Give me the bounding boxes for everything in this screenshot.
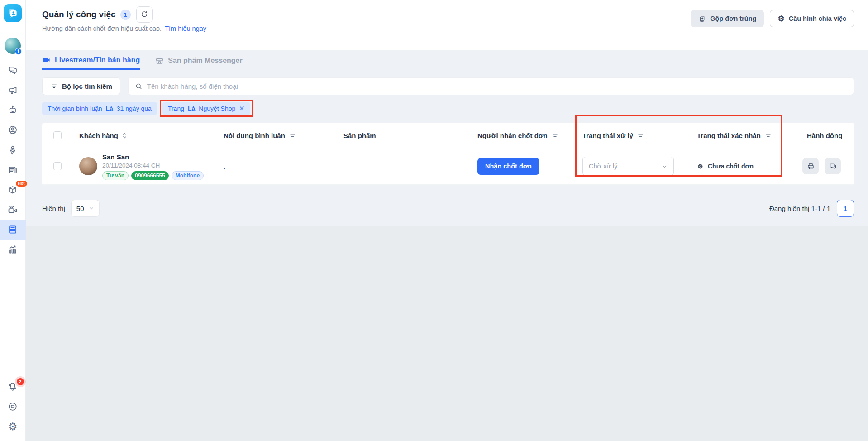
sidebar-item-growth[interactable] xyxy=(0,140,26,160)
pagination-bar: Hiển thị 50 Đang hiển thị 1-1 / 1 1 xyxy=(42,200,854,217)
header-cell-confirm-status: Trạng thái xác nhận xyxy=(686,132,796,139)
confirm-status-value: Chưa chốt đơn xyxy=(708,163,754,170)
analytics-chart-icon xyxy=(7,244,18,255)
bell-icon xyxy=(7,381,18,392)
facebook-badge-icon: f xyxy=(15,48,22,55)
cell-comment: . xyxy=(212,163,332,170)
search-input[interactable] xyxy=(147,82,847,90)
workspace-avatar[interactable]: f xyxy=(5,38,21,54)
robot-icon xyxy=(7,105,18,115)
filter-lines-icon xyxy=(551,132,559,139)
cell-assignee: Nhận chốt đơn xyxy=(466,158,571,175)
filter-button[interactable]: Bộ lọc tìm kiếm xyxy=(42,77,120,95)
filter-chip-comment-time[interactable]: Thời gian bình luận Là 31 ngày qua xyxy=(42,102,157,115)
chip-prefix: Trang xyxy=(168,105,184,112)
cell-checkbox xyxy=(42,162,68,170)
tag-carrier: Mobifone xyxy=(172,171,204,180)
tag-phone: 0909666555 xyxy=(131,171,169,180)
row-checkbox[interactable] xyxy=(53,162,62,170)
gear-icon: ⚙ xyxy=(8,422,18,432)
close-icon[interactable] xyxy=(239,105,245,111)
task-count-badge: 1 xyxy=(120,10,131,20)
tab-messenger-products[interactable]: Sản phẩm Messenger xyxy=(155,56,243,70)
sidebar-item-news[interactable] xyxy=(0,160,26,180)
refresh-button[interactable] xyxy=(136,6,153,23)
select-all-checkbox[interactable] xyxy=(53,131,62,139)
process-status-value: Chờ xử lý xyxy=(589,163,618,170)
chip-operator: Là xyxy=(105,105,113,112)
app-logo[interactable] xyxy=(4,4,22,22)
refresh-icon xyxy=(140,10,148,19)
subtitle-text: Hướng dẫn cách chốt đơn hiệu suất cao. xyxy=(42,25,162,32)
column-filter-button[interactable] xyxy=(764,132,772,139)
sidebar-item-orders[interactable] xyxy=(0,220,26,240)
sidebar-item-notifications[interactable]: 2 xyxy=(0,377,26,397)
filter-button-label: Bộ lọc tìm kiếm xyxy=(62,82,112,90)
merge-documents-icon xyxy=(698,15,706,23)
sidebar-item-livestream[interactable] xyxy=(0,200,26,220)
column-filter-button[interactable] xyxy=(637,132,644,139)
video-camera-icon xyxy=(42,56,51,64)
content-area: Livestream/Tin bán hàng Sản phẩm Messeng… xyxy=(26,50,868,441)
chip-operator: Là xyxy=(188,105,195,112)
chevron-down-icon xyxy=(89,206,94,211)
filter-lines-icon xyxy=(289,132,296,139)
claim-order-button[interactable]: Nhận chốt đơn xyxy=(477,158,539,175)
chip-prefix: Thời gian bình luận xyxy=(48,105,102,112)
tab-livestream[interactable]: Livestream/Tin bán hàng xyxy=(42,56,140,70)
applied-filters-row: Thời gian bình luận Là 31 ngày qua Trang… xyxy=(42,102,854,115)
column-label: Trạng thái xử lý xyxy=(582,132,633,139)
process-status-select[interactable]: Chờ xử lý xyxy=(582,157,674,176)
sidebar-item-conversations[interactable] xyxy=(0,60,26,80)
column-filter-button[interactable] xyxy=(551,132,559,139)
cell-actions xyxy=(796,158,854,174)
tag-consult: Tư vấn xyxy=(102,171,129,180)
page-subtitle: Hướng dẫn cách chốt đơn hiệu suất cao. T… xyxy=(42,25,206,32)
page-header-actions: Gộp đơn trùng ⚙ Cấu hình chia việc xyxy=(691,10,854,27)
app-window: f xyxy=(0,0,868,441)
search-box xyxy=(128,77,854,95)
page-size-select[interactable]: 50 xyxy=(71,200,100,217)
sidebar: f xyxy=(0,0,26,441)
sidebar-item-settings[interactable]: ⚙ xyxy=(0,417,26,436)
open-chat-button[interactable] xyxy=(825,158,841,174)
table-row: San San 20/11/2024 08:44 CH Tư vấn 09096… xyxy=(42,148,854,185)
header-cell-assignee: Người nhận chốt đơn xyxy=(466,132,571,139)
page-size-value: 50 xyxy=(76,205,84,212)
header-cell-comment: Nội dung bình luận xyxy=(212,132,332,139)
page-number-button[interactable]: 1 xyxy=(837,200,854,217)
search-icon xyxy=(135,82,143,90)
contact-person-icon xyxy=(7,125,18,135)
column-label: Người nhận chốt đơn xyxy=(477,132,548,139)
chip-value: Nguyệt Shop xyxy=(199,105,235,112)
print-button[interactable] xyxy=(802,158,819,174)
header-cell-process-status: Trạng thái xử lý xyxy=(571,132,686,139)
hot-badge: Hot xyxy=(16,181,27,187)
content-band: Livestream/Tin bán hàng Sản phẩm Messeng… xyxy=(26,50,868,226)
sidebar-item-chatbot[interactable] xyxy=(0,100,26,120)
learn-more-link[interactable]: Tìm hiểu ngay xyxy=(165,25,206,32)
sidebar-item-support[interactable] xyxy=(0,397,26,417)
sidebar-item-marketing[interactable] xyxy=(0,80,26,100)
config-button-label: Cấu hình chia việc xyxy=(789,15,846,22)
filter-chip-page[interactable]: Trang Là Nguyệt Shop xyxy=(162,102,250,115)
sidebar-item-analytics[interactable] xyxy=(0,240,26,259)
package-box-icon xyxy=(7,184,18,195)
page-header: Quản lý công việc 1 Hướng dẫn cách chốt … xyxy=(26,0,868,50)
chat-bubbles-icon xyxy=(829,162,837,171)
main-area: Quản lý công việc 1 Hướng dẫn cách chốt … xyxy=(26,0,868,441)
page-size-label: Hiển thị xyxy=(42,205,65,212)
sidebar-item-products[interactable]: Hot xyxy=(0,180,26,200)
sidebar-bottom-nav: 2 ⚙ xyxy=(0,377,26,436)
merge-duplicate-orders-button[interactable]: Gộp đơn trùng xyxy=(691,10,764,27)
column-label: Khách hàng xyxy=(79,132,118,139)
work-assignment-config-button[interactable]: ⚙ Cấu hình chia việc xyxy=(770,10,854,27)
sort-toggle[interactable] xyxy=(122,132,128,139)
printer-icon xyxy=(806,162,815,171)
customer-avatar xyxy=(79,157,97,175)
filter-lines-icon xyxy=(637,132,644,139)
column-filter-button[interactable] xyxy=(289,132,296,139)
sidebar-item-customers[interactable] xyxy=(0,120,26,140)
customer-name: San San xyxy=(102,153,204,161)
filter-lines-icon xyxy=(764,132,772,139)
